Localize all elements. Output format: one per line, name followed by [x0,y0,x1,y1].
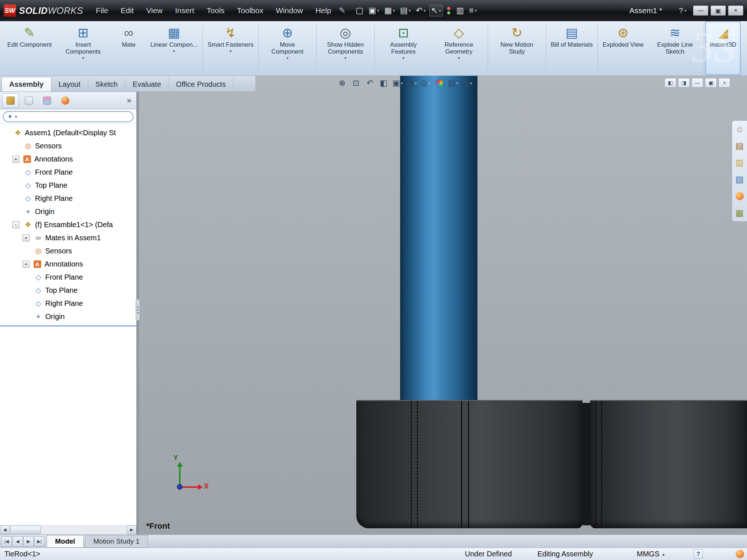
menu-window[interactable]: Window [270,3,309,18]
restore-button[interactable]: ▣ [711,5,726,16]
window-left-icon[interactable]: ◧ [665,78,676,88]
tree-item-f-ensamble1-1-defa[interactable]: -❖(f) Ensamble1<1> (Defa [0,218,136,231]
window-right-icon[interactable]: ◨ [678,78,690,88]
tree-item-f-basea-1-predet[interactable]: +◆(f) BaseA<1> (Predet [0,323,136,325]
prev-sheet-button[interactable]: ◀ [12,536,23,547]
solidworks-resources-icon[interactable]: ⌂ [734,122,746,136]
configurationmanager-tab[interactable] [39,93,55,108]
tab-assembly[interactable]: Assembly [1,77,51,92]
base-slab-right[interactable] [590,400,747,528]
edit-appearance-icon[interactable] [433,77,446,89]
sheet-tab-motion-study-1[interactable]: Motion Study 1 [85,535,148,548]
apply-scene-icon[interactable]: ▨▾ [446,77,460,89]
ribbon-linear-compon[interactable]: ▦Linear Compon...▾ [147,21,201,75]
tree-item-top-plane[interactable]: ◇Top Plane [0,179,136,192]
sheet-tab-model[interactable]: Model [47,535,84,548]
file-properties-button[interactable]: ▥ [455,5,465,16]
tree-item-top-plane[interactable]: ◇Top Plane [0,284,136,297]
ribbon-new-motion-study[interactable]: ↻New Motion Study [489,21,545,75]
scroll-right-button[interactable]: ▶ [127,525,136,534]
select-button[interactable]: ↖▾ [429,5,443,16]
ribbon-move-component[interactable]: ⊕Move Component▾ [260,21,315,75]
tree-item-annotations[interactable]: +AAnnotations [0,152,136,166]
splitter-grip[interactable] [136,299,140,321]
menu-edit[interactable]: Edit [115,3,140,18]
file-explorer-icon[interactable]: ▥ [734,156,746,170]
close-button[interactable]: × [728,5,743,16]
appearances-icon[interactable] [734,189,746,203]
expand-toggle[interactable]: - [12,221,19,228]
ribbon-instant3d[interactable]: ◢Instant3D [705,21,741,75]
minimize-button[interactable]: — [693,5,708,16]
window-close-icon[interactable]: × [719,78,730,88]
ribbon-reference-geometry[interactable]: ◇Reference Geometry▾ [431,21,487,75]
menu-insert[interactable]: Insert [169,3,201,18]
menu-tools[interactable]: Tools [201,3,231,18]
menu-view[interactable]: View [140,3,169,18]
tree-item-sensors[interactable]: ◎Sensors [0,139,136,152]
tree-filter-input[interactable]: ▼ ▾ [3,111,133,122]
zoom-to-area-icon[interactable]: ⊡ [349,77,363,89]
open-button[interactable]: ▣▾ [367,5,380,16]
tree-item-right-plane[interactable]: ◇Right Plane [0,297,136,310]
expand-toggle[interactable]: + [12,156,19,163]
ribbon-explode-line-sketch[interactable]: ≋Explode Line Sketch [647,21,703,75]
section-view-icon[interactable]: ◧ [377,77,390,89]
hide-show-items-icon[interactable]: ◎▾ [419,77,432,89]
featuremanager-tab[interactable] [2,93,19,108]
graphics-viewport[interactable]: Y X *Front [139,76,747,534]
window-restore-icon[interactable]: ▣ [705,78,717,88]
previous-view-icon[interactable]: ↶ [363,77,376,89]
tab-office-products[interactable]: Office Products [169,77,233,92]
view-orientation-icon[interactable]: ▣▾ [391,77,404,89]
displaymanager-tab[interactable] [57,93,74,108]
panel-splitter[interactable] [137,92,139,534]
propertymanager-tab[interactable] [20,93,37,108]
base-slab-left[interactable] [356,400,582,528]
ribbon-mate[interactable]: ∞Mate [111,21,147,75]
ribbon-bill-of-materials[interactable]: ▤Bill of Materials [547,21,596,75]
tree-item-assem1-default-display-st[interactable]: ❖Assem1 (Default<Display St [0,126,136,139]
save-button[interactable]: ▦▾ [383,5,396,16]
scrollbar-track[interactable] [9,525,127,534]
tree-item-right-plane[interactable]: ◇Right Plane [0,192,136,205]
tab-layout[interactable]: Layout [51,77,88,92]
tab-evaluate[interactable]: Evaluate [125,77,169,92]
window-minimize-icon[interactable]: — [692,78,703,88]
ribbon-exploded-view[interactable]: ⊛Exploded View [599,21,647,75]
tree-item-front-plane[interactable]: ◇Front Plane [0,166,136,179]
scrollbar-thumb[interactable] [10,526,41,534]
last-sheet-button[interactable]: ▶| [34,536,44,547]
ribbon-edit-component[interactable]: ✎Edit Component [4,21,55,75]
custom-properties-icon[interactable]: ▦ [734,206,746,220]
first-sheet-button[interactable]: |◀ [1,536,12,547]
quick-tips-icon[interactable]: ? [694,549,703,559]
help-button[interactable]: ? ▾ [679,7,686,15]
tree-item-sensors[interactable]: ◎Sensors [0,244,136,257]
tree-item-origin[interactable]: ⌖Origin [0,205,136,218]
menu-file[interactable]: File [90,3,115,18]
rebuild-lights-button[interactable] [445,5,453,16]
expand-toggle[interactable]: + [23,234,30,241]
display-style-icon[interactable]: ◨▾ [405,77,418,89]
base-assembly-model[interactable] [356,400,747,530]
tree-item-origin[interactable]: ⌖Origin [0,310,136,323]
design-library-icon[interactable]: ▤ [734,139,746,153]
undo-button[interactable]: ↶▾ [414,5,427,16]
print-button[interactable]: ▤▾ [399,5,412,16]
view-palette-icon[interactable]: ▧ [734,172,746,186]
ribbon-show-hidden-components[interactable]: ◎Show Hidden Components▾ [318,21,373,75]
zoom-to-fit-icon[interactable]: ⊕ [336,77,349,89]
next-sheet-button[interactable]: ▶ [23,536,34,547]
tab-sketch[interactable]: Sketch [88,77,125,92]
view-options-button[interactable]: ≡▾ [468,5,478,16]
ribbon-smart-fasteners[interactable]: ↯Smart Fasteners▾ [204,21,257,75]
scroll-left-button[interactable]: ◀ [0,525,9,534]
menu-toolbox[interactable]: Toolbox [231,3,270,18]
tree-item-annotations[interactable]: +AAnnotations [0,257,136,271]
expand-toggle[interactable]: + [23,261,30,268]
panel-chevron-button[interactable]: » [124,96,134,105]
ribbon-insert-components[interactable]: ⊞Insert Components▾ [55,21,111,75]
view-settings-icon[interactable]: ▤▾ [460,77,473,89]
menu-help[interactable]: Help [309,3,337,18]
